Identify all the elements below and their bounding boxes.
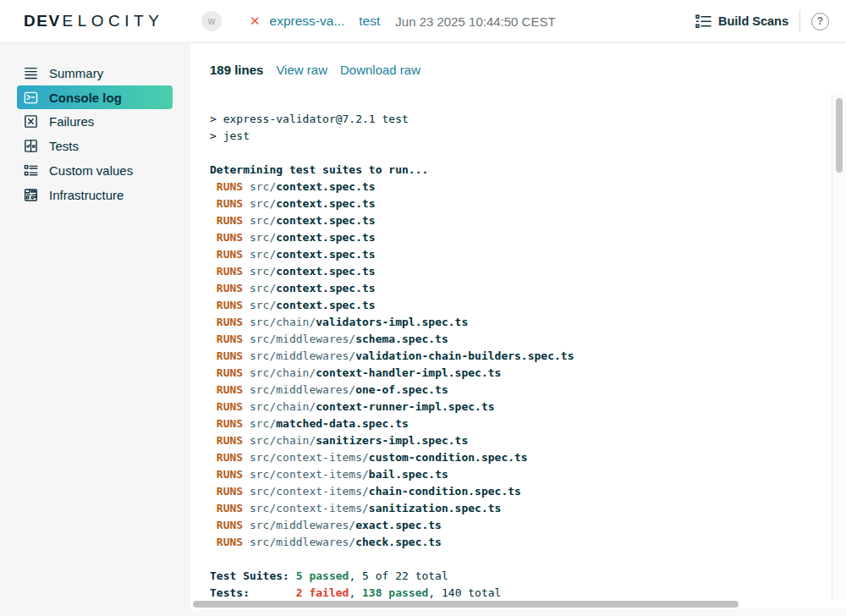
console-line: Determining test suites to run...	[210, 162, 832, 179]
console-line: RUNS src/context.spec.ts	[210, 297, 832, 314]
sidebar-item-label: Summary	[49, 66, 103, 80]
sidebar-item-console-log[interactable]: Console log	[17, 85, 173, 109]
tests-icon	[24, 139, 38, 153]
lines-count: 189 lines	[210, 63, 263, 77]
console-line: > jest	[210, 128, 832, 145]
header-divider	[799, 10, 800, 32]
console-line: RUNS src/context-items/sanitization.spec…	[210, 500, 832, 517]
console-line: RUNS src/context.spec.ts	[210, 212, 832, 229]
build-scans-button[interactable]: Build Scans	[695, 14, 788, 30]
console-line: RUNS src/chain/context-runner-impl.spec.…	[210, 399, 832, 415]
console-line: RUNS src/middlewares/exact.spec.ts	[210, 517, 832, 534]
console-line: RUNS src/chain/context-handler-impl.spec…	[210, 365, 832, 382]
avatar[interactable]: w	[201, 11, 222, 31]
console-line: RUNS src/context.spec.ts	[210, 229, 832, 246]
console-output: > express-validator@7.2.1 test> jest Det…	[190, 93, 832, 600]
sidebar-nav: Summary Console log Failures Tests	[0, 43, 190, 207]
close-icon[interactable]: ✕	[250, 14, 261, 29]
sidebar-item-custom-values[interactable]: Custom values	[0, 158, 190, 183]
help-icon[interactable]: ?	[811, 13, 829, 30]
console-log-panel: > express-validator@7.2.1 test> jest Det…	[190, 93, 846, 616]
main-panel: 189 lines View raw Download raw > expres…	[190, 43, 846, 616]
infrastructure-icon	[24, 188, 38, 202]
terminal-icon	[24, 91, 38, 105]
horizontal-scrollbar[interactable]	[190, 600, 832, 608]
console-line: RUNS src/context.spec.ts	[210, 195, 832, 212]
sidebar-item-infrastructure[interactable]: Infrastructure	[0, 183, 190, 207]
failures-icon	[24, 114, 38, 129]
console-line: Test Suites: 5 passed, 5 of 22 total	[210, 568, 832, 585]
sidebar-item-label: Console log	[49, 91, 122, 105]
console-line: RUNS src/middlewares/validation-chain-bu…	[210, 348, 832, 365]
console-line: RUNS src/middlewares/schema.spec.ts	[210, 331, 832, 348]
view-raw-link[interactable]: View raw	[276, 63, 327, 77]
horizontal-scrollbar-thumb[interactable]	[193, 601, 739, 608]
download-raw-link[interactable]: Download raw	[340, 63, 420, 77]
custom-values-icon	[24, 163, 38, 178]
console-line	[210, 551, 832, 568]
console-line: RUNS src/chain/validators-impl.spec.ts	[210, 314, 832, 331]
console-line: > express-validator@7.2.1 test	[210, 111, 832, 128]
build-scans-list-icon	[695, 14, 711, 30]
sidebar-item-label: Failures	[49, 114, 94, 129]
sidebar: Summary Console log Failures Tests	[0, 43, 190, 616]
console-line: RUNS src/context.spec.ts	[210, 179, 832, 195]
build-timestamp: Jun 23 2025 10:44:50 CEST	[395, 14, 555, 29]
console-line: RUNS src/middlewares/one-of.spec.ts	[210, 382, 832, 399]
summary-icon	[24, 66, 38, 80]
console-line: RUNS src/context-items/chain-condition.s…	[210, 483, 832, 500]
console-line: RUNS src/context-items/bail.spec.ts	[210, 466, 832, 483]
console-line: RUNS src/context.spec.ts	[210, 263, 832, 280]
breadcrumb-task[interactable]: test	[359, 14, 380, 29]
sidebar-item-label: Custom values	[49, 163, 133, 178]
console-line: RUNS src/chain/sanitizers-impl.spec.ts	[210, 432, 832, 449]
logo-bold-text: DEV	[24, 12, 61, 30]
logo-light-text: ELOCITY	[63, 12, 164, 30]
console-toolbar: 189 lines View raw Download raw	[210, 63, 420, 77]
breadcrumb-project[interactable]: express-va...	[270, 14, 345, 29]
console-line	[210, 145, 832, 162]
sidebar-item-failures[interactable]: Failures	[0, 109, 190, 134]
breadcrumb: w ✕ express-va... test Jun 23 2025 10:44…	[201, 0, 556, 42]
sidebar-item-label: Tests	[49, 139, 79, 153]
develocity-logo[interactable]: DEVELOCITY	[24, 0, 163, 42]
console-line: RUNS src/context-items/custom-condition.…	[210, 449, 832, 466]
top-header: DEVELOCITY w ✕ express-va... test Jun 23…	[0, 0, 846, 43]
console-line: RUNS src/middlewares/check.spec.ts	[210, 534, 832, 551]
console-line: RUNS src/matched-data.spec.ts	[210, 415, 832, 432]
vertical-scrollbar-thumb[interactable]	[836, 98, 843, 173]
sidebar-item-label: Infrastructure	[49, 188, 124, 202]
sidebar-item-summary[interactable]: Summary	[0, 61, 190, 85]
sidebar-item-tests[interactable]: Tests	[0, 134, 190, 158]
bottom-strip	[190, 608, 846, 616]
build-scans-label: Build Scans	[718, 14, 788, 28]
console-line: RUNS src/context.spec.ts	[210, 246, 832, 263]
vertical-scrollbar[interactable]	[832, 93, 846, 600]
console-line: Tests: 2 failed, 138 passed, 140 total	[210, 585, 832, 600]
header-actions: Build Scans ?	[695, 0, 829, 42]
console-line: RUNS src/context.spec.ts	[210, 280, 832, 297]
